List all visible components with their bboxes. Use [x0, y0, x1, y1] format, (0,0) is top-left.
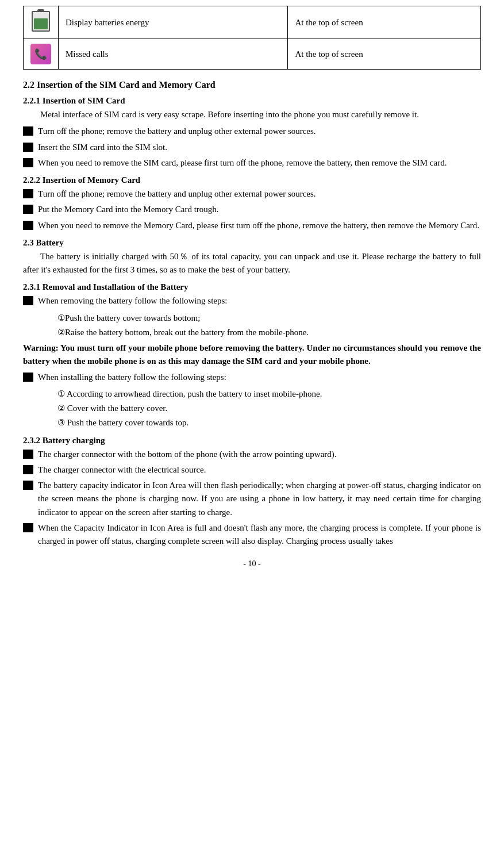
battery-icon-cell: [24, 6, 59, 39]
list-item: ③ Push the battery cover towards top.: [57, 416, 481, 429]
bullet-text: The battery capacity indicator in Icon A…: [38, 479, 481, 519]
section-231-install-sub: ① According to arrowhead direction, push…: [57, 387, 481, 430]
list-item: The battery capacity indicator in Icon A…: [23, 479, 481, 519]
section-221-bullets: Turn off the phone; remove the battery a…: [23, 125, 481, 170]
section-23-title: 2.3 Battery: [23, 238, 481, 248]
bullet-text: When you need to remove the Memory Card,…: [38, 219, 481, 232]
bullet-icon: [23, 373, 33, 382]
list-item: The charger connector with the bottom of…: [23, 448, 481, 461]
bullet-text: When installing the battery follow the f…: [38, 371, 481, 384]
section-231-title: 2.3.1 Removal and Installation of the Ba…: [23, 282, 481, 292]
section-231-warning: Warning: You must turn off your mobile p…: [23, 341, 481, 368]
page-number: - 10 -: [23, 559, 481, 569]
list-item: ②Raise the battery bottom, break out the…: [57, 326, 481, 339]
list-item: Turn off the phone; remove the battery a…: [23, 187, 481, 201]
missed-icon-cell: 📞: [24, 39, 59, 70]
bullet-icon: [23, 205, 33, 214]
missed-location: At the top of screen: [288, 39, 481, 70]
section-221-intro: Metal interface of SIM card is very easy…: [23, 108, 481, 121]
icon-table: Display batteries energy At the top of s…: [23, 6, 481, 70]
bullet-icon: [23, 143, 33, 152]
list-item: The charger connector with the electrica…: [23, 463, 481, 477]
bullet-icon: [23, 158, 33, 167]
bullet-text: Turn off the phone; remove the battery a…: [38, 125, 481, 138]
section-231-removal-sub: ①Push the battery cover towards bottom; …: [57, 312, 481, 340]
section-221-title: 2.2.1 Insertion of SIM Card: [23, 96, 481, 106]
battery-location: At the top of screen: [288, 6, 481, 39]
bullet-icon: [23, 189, 33, 198]
battery-fill: [34, 18, 48, 29]
list-item: When installing the battery follow the f…: [23, 371, 481, 384]
bullet-text: Insert the SIM card into the SIM slot.: [38, 141, 481, 154]
bullet-icon: [23, 296, 33, 305]
list-item: ② Cover with the battery cover.: [57, 402, 481, 415]
section-231-install-list: When installing the battery follow the f…: [23, 371, 481, 384]
table-row-battery: Display batteries energy At the top of s…: [24, 6, 481, 39]
list-item: ①Push the battery cover towards bottom;: [57, 312, 481, 325]
battery-label: Display batteries energy: [59, 6, 288, 39]
bullet-text: The charger connector with the electrica…: [38, 463, 481, 477]
list-item: Insert the SIM card into the SIM slot.: [23, 141, 481, 154]
bullet-text: The charger connector with the bottom of…: [38, 448, 481, 461]
bullet-text: Turn off the phone; remove the battery a…: [38, 187, 481, 201]
bullet-text: When the Capacity Indicator in Icon Area…: [38, 521, 481, 548]
table-row-missed: 📞 Missed calls At the top of screen: [24, 39, 481, 70]
list-item: Put the Memory Card into the Memory Card…: [23, 203, 481, 216]
bullet-icon: [23, 126, 33, 136]
list-item: When you need to remove the Memory Card,…: [23, 219, 481, 232]
bullet-icon: [23, 221, 33, 230]
bullet-text: When removing the battery follow the fol…: [38, 294, 481, 308]
bullet-icon: [23, 450, 33, 459]
battery-icon: [32, 11, 50, 32]
bullet-text: Put the Memory Card into the Memory Card…: [38, 203, 481, 216]
list-item: When you need to remove the SIM card, pl…: [23, 156, 481, 170]
section-23-intro: The battery is initially charged with 50…: [23, 250, 481, 277]
section-231-removal-list: When removing the battery follow the fol…: [23, 294, 481, 308]
section-222-title: 2.2.2 Insertion of Memory Card: [23, 175, 481, 185]
bullet-icon: [23, 523, 33, 532]
missed-calls-icon: 📞: [30, 44, 51, 64]
list-item: Turn off the phone; remove the battery a…: [23, 125, 481, 138]
bullet-text: When you need to remove the SIM card, pl…: [38, 156, 481, 170]
list-item: When removing the battery follow the fol…: [23, 294, 481, 308]
missed-label: Missed calls: [59, 39, 288, 70]
list-item: When the Capacity Indicator in Icon Area…: [23, 521, 481, 548]
bullet-icon: [23, 481, 33, 490]
section-232-charging-list: The charger connector with the bottom of…: [23, 448, 481, 548]
bullet-icon: [23, 465, 33, 474]
section-22-title: 2.2 Insertion of the SIM Card and Memory…: [23, 80, 481, 90]
list-item: ① According to arrowhead direction, push…: [57, 387, 481, 401]
section-232-title: 2.3.2 Battery charging: [23, 436, 481, 446]
section-222-bullets: Turn off the phone; remove the battery a…: [23, 187, 481, 232]
